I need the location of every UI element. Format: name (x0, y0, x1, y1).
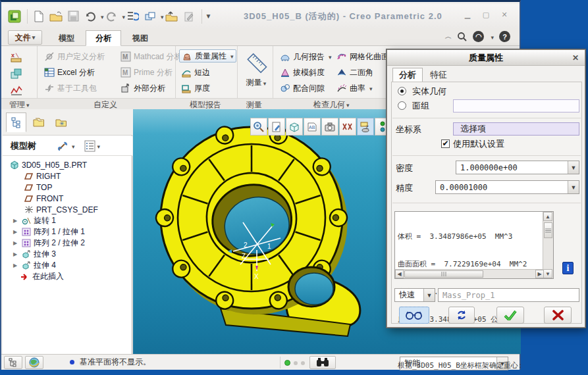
mass-properties-button[interactable]: KG 质量属性 (179, 49, 236, 63)
density-combobox[interactable]: 1.000000e+00 ▼ (456, 161, 579, 174)
chevron-down-icon[interactable]: ▼ (568, 161, 579, 174)
pair-clearance-button[interactable]: 配合间隙 (278, 82, 327, 95)
windows-button[interactable] (142, 9, 158, 24)
use-default-checkbox[interactable]: ✔ (441, 139, 450, 148)
qat-customize-dropdown[interactable]: ▼ (205, 12, 212, 20)
user-defined-analysis-button[interactable]: 用户定义分析 (42, 50, 107, 63)
solid-geometry-radio[interactable] (398, 87, 406, 95)
curvature-button[interactable]: 曲率 (334, 82, 375, 95)
scroll-left-icon[interactable]: ◀ (395, 270, 404, 278)
toolkit-based-button[interactable]: 基于工具包 (42, 82, 99, 95)
web-browser-button[interactable] (25, 356, 43, 369)
analysis-name-field[interactable]: Mass_Prop_1 (438, 288, 579, 302)
dialog-titlebar[interactable]: 质量属性 (387, 50, 585, 66)
horizontal-scroll-thumb[interactable] (404, 270, 483, 278)
ok-button[interactable] (496, 307, 524, 324)
tree-show-dropdown[interactable] (96, 141, 101, 151)
scroll-down-icon[interactable]: ▼ (543, 269, 552, 278)
help-icon[interactable]: ? (499, 31, 510, 42)
draft-check-button[interactable]: 拔模斜度 (278, 66, 327, 79)
repaint-button[interactable] (268, 118, 285, 136)
community-icon[interactable]: ◠ (473, 31, 484, 42)
geometry-report-button[interactable]: 几何报告 (278, 50, 334, 63)
repeat-button[interactable] (448, 307, 475, 324)
tree-item-revolve1[interactable]: ▶ 旋转 1 (13, 215, 56, 226)
short-edge-button[interactable]: 短边 (179, 66, 212, 79)
new-file-button[interactable] (31, 9, 47, 24)
tree-item-extrude3[interactable]: ▶ 拉伸 3 (13, 249, 56, 260)
external-analysis-button[interactable]: 外部分析 (119, 82, 167, 95)
toggle-model-tree-button[interactable] (4, 356, 22, 369)
community-dropdown[interactable] (489, 32, 494, 41)
tab-model[interactable]: 模型 (49, 30, 84, 46)
tree-item-pattern2[interactable]: ▶ 阵列 2 / 拉伸 2 (13, 238, 85, 249)
annotation-display-button[interactable]: AB (304, 118, 321, 136)
tab-file[interactable]: 文件 (8, 30, 42, 45)
undo-button[interactable] (82, 9, 98, 24)
expander-icon[interactable]: ▶ (13, 218, 18, 224)
dialog-close-icon[interactable]: ✕ (570, 53, 581, 63)
save-button[interactable] (65, 9, 81, 24)
close-button[interactable]: ✕ (498, 9, 510, 20)
regenerate-button[interactable] (125, 9, 141, 24)
scroll-right-icon[interactable]: ▶ (535, 270, 544, 278)
accuracy-combobox[interactable]: 0.00001000 ▼ (435, 180, 579, 194)
info-icon[interactable]: i (562, 262, 574, 274)
minimize-button[interactable]: ▁ (462, 9, 473, 20)
preview-button[interactable] (399, 307, 429, 324)
tree-item-insert-here[interactable]: 在此插入 (20, 271, 64, 282)
csys-collector-field[interactable]: 选择项 (453, 122, 579, 136)
analysis-manage-button-3[interactable] (8, 82, 25, 97)
redo-button[interactable] (104, 9, 120, 24)
tree-item-part[interactable]: 3D05_H05_B.PRT (9, 159, 87, 170)
measure-button[interactable]: 测量 (242, 50, 270, 95)
tree-settings-button[interactable] (57, 140, 70, 152)
expander-icon[interactable]: ▶ (13, 240, 18, 246)
find-button[interactable] (309, 356, 336, 369)
scroll-up-icon[interactable]: ▲ (543, 212, 552, 221)
collapse-ribbon-icon[interactable]: ︿ (444, 32, 452, 41)
thickness-button[interactable]: 厚度 (179, 82, 212, 95)
close-window-button[interactable] (164, 9, 180, 24)
excel-analysis-button[interactable]: Excel 分析 (42, 66, 97, 79)
quick-combobox[interactable]: 快速 ▼ (394, 288, 435, 302)
tree-show-button[interactable] (84, 140, 96, 152)
dihedral-angle-button[interactable]: 二面角 (334, 66, 375, 79)
edit-button[interactable] (181, 9, 197, 24)
tree-item-right[interactable]: RIGHT (24, 170, 61, 182)
saved-orientations-button[interactable] (286, 118, 303, 136)
open-file-button[interactable] (48, 9, 64, 24)
analysis-manage-button-1[interactable]: x﹨ (8, 49, 25, 64)
dialog-tab-analysis[interactable]: 分析 (392, 68, 423, 82)
tree-tab-model-tree[interactable] (6, 113, 26, 132)
tree-tab-favorites[interactable]: ✳ (51, 113, 71, 132)
tree-settings-dropdown[interactable] (70, 141, 75, 151)
annotation-tag-display-button[interactable]: Z (357, 118, 374, 136)
expander-icon[interactable]: ▶ (13, 251, 18, 257)
tab-analysis[interactable]: 分析 (86, 30, 121, 46)
mesh-surface-button[interactable]: 网格化曲面 (334, 50, 391, 63)
maximize-button[interactable]: ▢ (480, 9, 492, 20)
dialog-tab-feature[interactable]: 特征 (424, 68, 453, 82)
analysis-manage-button-2[interactable] (8, 66, 25, 81)
expander-icon[interactable]: ▶ (13, 229, 18, 235)
display-style-button[interactable] (321, 118, 338, 136)
chevron-down-icon[interactable]: ▼ (423, 289, 435, 301)
tree-item-pattern1[interactable]: ▶ 阵列 1 / 拉伸 1 (13, 226, 85, 238)
prime-analysis-button[interactable]: M Prime 分析 (119, 66, 174, 79)
quilt-collector-field[interactable] (453, 99, 579, 113)
tab-view[interactable]: 视图 (122, 30, 158, 46)
vertical-scroll-thumb[interactable] (544, 222, 552, 238)
chevron-down-icon[interactable]: ▼ (568, 181, 579, 193)
tree-item-csys[interactable]: PRT_CSYS_DEF (24, 204, 98, 215)
quilt-radio[interactable] (398, 101, 406, 110)
datum-display-filters-button[interactable] (339, 118, 356, 136)
mathcad-analysis-button[interactable]: M Mathcad 分析 (119, 50, 184, 63)
tree-tab-folder-browser[interactable] (28, 113, 49, 132)
tree-item-top[interactable]: TOP (24, 182, 52, 193)
zoom-in-button[interactable] (250, 118, 267, 136)
vertical-scrollbar[interactable]: ▲ ▼ (543, 212, 553, 278)
tree-item-extrude4[interactable]: ▶ 拉伸 4 (13, 260, 56, 271)
horizontal-scrollbar[interactable]: ◀ ▶ (395, 269, 544, 278)
cancel-button[interactable] (544, 307, 572, 324)
